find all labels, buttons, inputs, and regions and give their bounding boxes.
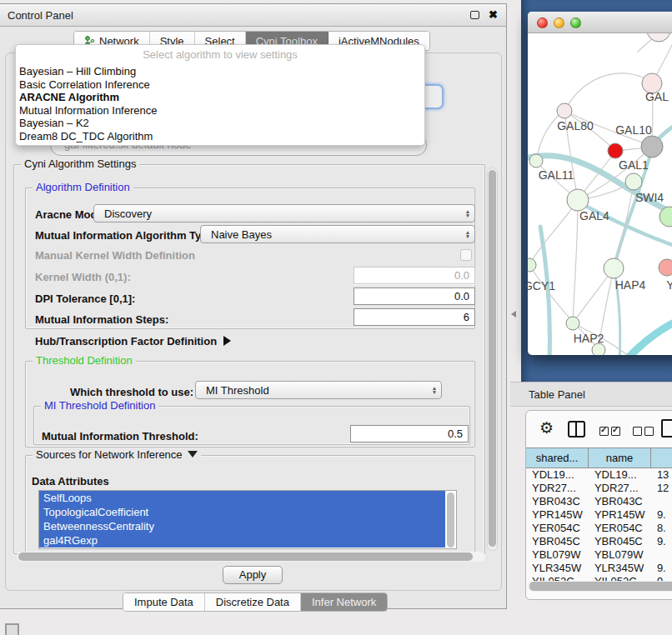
algorithm-option[interactable]: Bayesian – Hill Climbing	[16, 65, 424, 78]
dpi-tolerance-label: DPI Tolerance [0,1]:	[35, 292, 135, 305]
node-label: GAL10	[615, 123, 652, 137]
table-row[interactable]: YLR345WYLR345W9.	[526, 562, 672, 575]
network-node-hap2[interactable]	[566, 317, 579, 330]
network-node-gcy1[interactable]	[528, 258, 536, 272]
algorithm-option[interactable]: Mutual Information Inference	[16, 104, 424, 118]
mac-zoom-icon[interactable]	[570, 18, 581, 28]
network-node[interactable]	[592, 343, 605, 355]
table-cell: YDR27...	[589, 482, 651, 495]
node-label: GAL	[645, 90, 669, 103]
minimized-panel-icon[interactable]	[5, 623, 19, 635]
attribute-list-item[interactable]: gal4RGexp	[39, 533, 445, 548]
aracne-mode-combo[interactable]: Discovery ▲▼	[93, 204, 475, 222]
table-row[interactable]: YER054CYER054C8.	[526, 522, 672, 535]
node-label: GAL11	[539, 168, 574, 182]
algorithm-option[interactable]: Dream8 DC_TDC Algorithm	[16, 130, 424, 143]
data-attributes-list[interactable]: SelfLoopsTopologicalCoefficientBetweenne…	[38, 490, 457, 549]
network-node-gal1[interactable]	[625, 173, 642, 190]
control-panel-window: Control Panel ✖ NetworkStyleSelectCyni T…	[0, 3, 507, 609]
node-table: shared...name YDL19...YDL19...13YDR27...…	[526, 448, 672, 588]
network-edge	[573, 200, 578, 323]
bottom-tab-discretize-data[interactable]: Discretize Data	[205, 593, 301, 611]
dpi-tolerance-field[interactable]: 0.0	[354, 288, 475, 305]
table-cell: 9.	[651, 535, 672, 548]
mac-close-icon[interactable]	[537, 18, 548, 28]
network-edge	[624, 314, 672, 355]
table-panel-card: ⚙ shared...name YDL19...YDL19...13YDR27.…	[525, 410, 672, 600]
table-cell	[651, 548, 672, 562]
node-label: SWI4	[635, 191, 664, 204]
which-threshold-value: MI Threshold	[196, 384, 428, 397]
network-node-gal11[interactable]	[529, 154, 543, 168]
mi-threshold-label: Mutual Information Threshold:	[42, 430, 198, 442]
network-node-hap4[interactable]	[604, 258, 624, 278]
table-row[interactable]: YDR27...YDR27...12	[526, 482, 672, 495]
bottom-tab-bar: Impute DataDiscretize DataInfer Network	[123, 592, 388, 612]
splitter-collapse-icon[interactable]	[511, 311, 516, 318]
algorithm-option[interactable]: ARACNE Algorithm	[16, 91, 424, 104]
which-threshold-combo[interactable]: MI Threshold ▲▼	[195, 381, 442, 399]
stepper-arrows-icon: ▲▼	[461, 230, 474, 239]
attribute-list-item[interactable]: SelfLoops	[39, 491, 445, 505]
kernel-width-label: Kernel Width (0,1):	[35, 271, 131, 283]
close-icon[interactable]: ✖	[489, 8, 498, 21]
collapse-down-icon	[188, 451, 198, 458]
mi-type-combo[interactable]: Naive Bayes ▲▼	[200, 225, 475, 243]
mi-type-value: Naive Bayes	[201, 228, 461, 241]
algorithm-option[interactable]: Basic Correlation Inference	[16, 78, 424, 92]
kernel-width-field[interactable]: 0.0	[354, 267, 475, 284]
network-node-gal10[interactable]	[641, 136, 663, 158]
cyni-settings-group-title: Cyni Algorithm Settings	[21, 158, 139, 170]
table-row[interactable]: YBR045CYBR045C9.	[526, 535, 672, 548]
network-node-y[interactable]	[659, 259, 672, 276]
table-cell: YBR045C	[589, 535, 651, 548]
table-row[interactable]: YBR043CYBR043C	[526, 495, 672, 508]
network-node[interactable]	[608, 143, 623, 158]
attribute-list-item[interactable]: BetweennessCentrality	[39, 519, 445, 533]
mi-steps-field[interactable]: 6	[354, 308, 475, 326]
float-window-icon[interactable]	[470, 11, 479, 19]
attr-items: SelfLoopsTopologicalCoefficientBetweenne…	[39, 491, 456, 548]
control-panel-title: Control Panel	[8, 9, 73, 22]
table-row[interactable]: YPR145WYPR145W9.	[526, 508, 672, 522]
settings-horizontal-scrollbar[interactable]	[17, 552, 485, 562]
sources-group-title[interactable]: Sources for Network Inference	[33, 448, 201, 461]
network-node-gal4[interactable]	[567, 189, 589, 211]
algorithm-option[interactable]: Bayesian – K2	[16, 117, 424, 130]
column-header-name[interactable]: name	[589, 448, 651, 468]
stepper-arrows-icon: ▲▼	[461, 209, 474, 218]
bottom-tab-infer-network[interactable]: Infer Network	[301, 593, 387, 611]
mi-threshold-field[interactable]: 0.5	[350, 425, 469, 442]
apply-button[interactable]: Apply	[223, 566, 283, 584]
list-scrollbar-thumb[interactable]	[447, 492, 454, 548]
table-horizontal-scrollbar[interactable]	[528, 581, 672, 592]
algorithm-definition-title: Algorithm Definition	[33, 181, 133, 193]
table-row[interactable]: YDL19...YDL19...13	[526, 468, 672, 482]
table-cell: YLR345W	[526, 562, 589, 575]
node-label: HAP2	[574, 332, 604, 345]
manual-kernel-checkbox[interactable]	[460, 249, 472, 261]
unchecked-pair-icon[interactable]	[633, 424, 656, 439]
table-cell: 9.	[651, 508, 672, 522]
hub-definition-expander[interactable]: Hub/Transcription Factor Definition	[35, 335, 231, 348]
node-label: GAL1	[619, 158, 649, 172]
hub-definition-label: Hub/Transcription Factor Definition	[35, 335, 217, 348]
split-columns-icon[interactable]	[568, 421, 585, 438]
network-canvas[interactable]: GALGAL80GAL10GAL1GAL11SWI4GAL4GCY1HAP4YH…	[528, 33, 672, 355]
column-header-shared...[interactable]: shared...	[526, 448, 589, 468]
column-header-cut[interactable]	[651, 448, 672, 468]
table-cell: YER054C	[526, 522, 589, 535]
table-header-row: shared...name	[526, 448, 672, 468]
bottom-tab-impute-data[interactable]: Impute Data	[123, 593, 205, 611]
attribute-list-item[interactable]: TopologicalCoefficient	[39, 505, 445, 519]
control-panel-titlebar: Control Panel ✖	[0, 4, 506, 27]
table-cell: 9.	[651, 562, 672, 575]
checked-pair-icon[interactable]	[599, 424, 623, 439]
mi-type-label: Mutual Information Algorithm Type:	[35, 229, 218, 242]
table-row[interactable]: YBL079WYBL079W	[526, 548, 672, 562]
gear-icon[interactable]: ⚙	[539, 420, 554, 437]
document-icon[interactable]	[661, 419, 672, 438]
settings-vertical-scrollbar[interactable]	[487, 168, 498, 551]
mac-minimize-icon[interactable]	[554, 18, 564, 28]
network-node-gal80[interactable]	[557, 103, 572, 118]
